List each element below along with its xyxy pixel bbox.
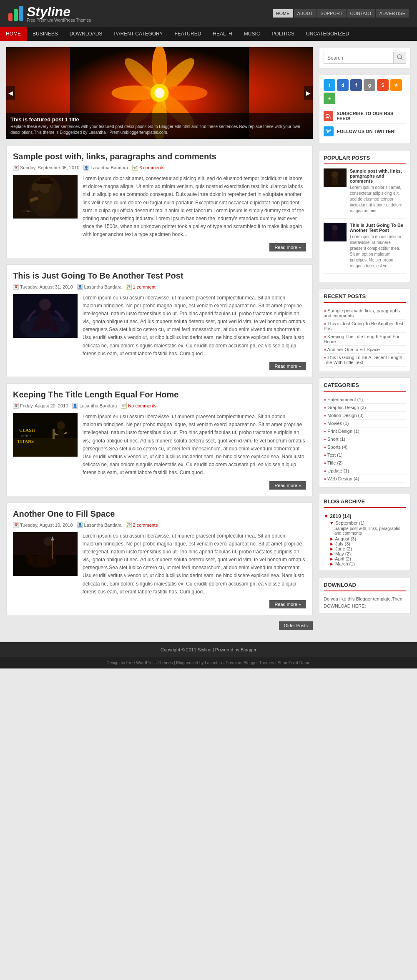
search-button[interactable]	[393, 52, 406, 63]
nav-health[interactable]: HEALTH	[207, 27, 238, 41]
category-1[interactable]: Entertainment (1)	[324, 396, 406, 404]
svg-rect-24	[39, 310, 51, 329]
archive-mar[interactable]: ► March (1)	[324, 561, 406, 566]
popular-post-1: Sample post with, links, paragraphs and …	[324, 168, 406, 219]
search-input[interactable]	[324, 52, 393, 63]
recent-post-2[interactable]: This is Just Going To Be Another Test Po…	[324, 320, 406, 333]
archive-aug[interactable]: ► August (3)	[324, 536, 406, 541]
archive-may[interactable]: ► May (2)	[324, 551, 406, 556]
post-4-title: Another One to Fill Space	[13, 509, 306, 519]
stumbleupon-social-icon[interactable]: S	[377, 79, 389, 91]
plus-social-icon[interactable]: +	[324, 93, 335, 104]
popular-post-2-info: This is Just Going To Be Another Test Po…	[350, 223, 406, 269]
category-3[interactable]: Motion Design (3)	[324, 412, 406, 420]
post-3-image-art: CLASH OF THE TITANS	[13, 413, 78, 457]
featured-next-arrow[interactable]: ▶	[304, 86, 313, 100]
post-2: This is Just Going To Be Another Test Po…	[6, 264, 313, 377]
post-1-read-more-btn[interactable]: Read more »	[269, 243, 306, 251]
popular-post-1-title: Sample post with, links, paragraphs and …	[350, 168, 406, 183]
post-2-title-link[interactable]: This is Just Going To Be Another Test Po…	[13, 271, 183, 280]
post-1-meta: 📅 Sunday, September 05, 2010 👤 Lasantha …	[13, 165, 306, 171]
featured-caption-text: Replace these every slider sentences wit…	[10, 124, 309, 136]
category-8[interactable]: Test (1)	[324, 451, 406, 459]
post-1-title-link[interactable]: Sample post with, links, paragraphs and …	[13, 152, 216, 161]
facebook-social-icon[interactable]: f	[350, 79, 362, 91]
post-4-read-more-btn[interactable]: Read more »	[269, 600, 306, 608]
post-4-title-link[interactable]: Another One to Fill Space	[13, 509, 115, 518]
archive-sep-post[interactable]: Sample post with, links, paragraphs and …	[324, 525, 406, 536]
archive-jun[interactable]: ► June (2)	[324, 546, 406, 551]
footer: Copyright © 2011 Styline | Powered by Bl…	[0, 642, 417, 657]
post-4-comments-link[interactable]: 2 comments	[133, 523, 158, 528]
nav-music[interactable]: MUSIC	[238, 27, 266, 41]
archive-apr[interactable]: ► April (2)	[324, 556, 406, 561]
post-3-body: CLASH OF THE TITANS Lorem ipsum eu usu a…	[13, 413, 306, 477]
comment-icon-3: 💬	[121, 403, 127, 409]
recent-post-4[interactable]: Another One to Fill Space	[324, 346, 406, 354]
sidebar: t d f g S ★ + SUBSCRIBE TO OUR RSS FEED!	[319, 47, 411, 636]
nav-parent-category[interactable]: PARENT CATEGORY	[108, 27, 168, 41]
category-2[interactable]: Graphic Design (3)	[324, 404, 406, 412]
twitter-follow-icon	[324, 126, 334, 136]
older-posts-button[interactable]: Older Posts	[279, 621, 313, 630]
archive-sep[interactable]: ▼ September (1)	[324, 520, 406, 525]
category-4[interactable]: Movies (1)	[324, 420, 406, 427]
archive-jul[interactable]: ► July (3)	[324, 541, 406, 546]
category-5[interactable]: Print Design (1)	[324, 427, 406, 435]
category-11[interactable]: Web Design (4)	[324, 475, 406, 483]
top-nav-contact[interactable]: CONTACT	[347, 9, 375, 18]
nav-politics[interactable]: POLITICS	[266, 27, 300, 41]
logo: Styline Free Premium WordPress Themes	[8, 4, 91, 23]
post-3-read-more-btn[interactable]: Read more »	[269, 481, 306, 490]
post-2-comments-link[interactable]: 1 comment	[133, 284, 156, 289]
svg-point-45	[397, 55, 402, 59]
logo-bar-green	[14, 9, 18, 21]
svg-point-47	[326, 117, 328, 118]
nav-uncategorized[interactable]: UNCATEGORIZED	[300, 27, 355, 41]
person-icon-4: 👤	[77, 522, 83, 528]
post-3-comments-link[interactable]: No comments	[128, 403, 156, 408]
post-2-text: Lorem ipsum eu usu assum liberavisse, ut…	[83, 294, 306, 358]
post-4: Another One to Fill Space 📅 Tuesday, Aug…	[6, 503, 313, 616]
twitter-svg-icon	[326, 128, 332, 134]
featured-caption-title: This is featured post 1 title	[10, 116, 309, 123]
featured-post: ◀ ▶ This is featured post 1 title Replac…	[6, 47, 313, 139]
nav-featured[interactable]: FEATURED	[169, 27, 207, 41]
comment-icon: 💬	[132, 165, 138, 171]
categories-widget: CATEGORIES Entertainment (1) Graphic Des…	[319, 377, 411, 487]
top-nav-home[interactable]: HOME	[273, 9, 293, 18]
recent-post-5[interactable]: This Is Going To Be A Decent Length Titl…	[324, 354, 406, 367]
top-nav-about[interactable]: ABOUT	[294, 9, 317, 18]
post-3-title-link[interactable]: Keeping The Title Length Equal For Home	[13, 390, 178, 399]
post-1-title: Sample post with, links, paragraphs and …	[13, 152, 306, 161]
category-10[interactable]: Update (1)	[324, 467, 406, 475]
recent-post-1[interactable]: Sample post with, links, paragraphs and …	[324, 307, 406, 320]
nav-business[interactable]: BUSINESS	[27, 27, 64, 41]
nav-downloads[interactable]: DOWNLOADS	[64, 27, 108, 41]
recent-post-3[interactable]: Keeping The Title Length Equal For Home	[324, 333, 406, 346]
category-6[interactable]: Short (1)	[324, 435, 406, 443]
google-social-icon[interactable]: g	[364, 79, 375, 91]
delicious-social-icon[interactable]: d	[337, 79, 349, 91]
follow-row[interactable]: FOLLOW US ON TWITTER!	[324, 124, 406, 139]
logo-bar-red	[8, 13, 13, 21]
rss-row[interactable]: SUBSCRIBE TO OUR RSS FEED!	[324, 108, 406, 124]
post-3-comments: 💬 No comments	[121, 403, 156, 409]
post-1-comments-link[interactable]: 6 comments	[139, 165, 164, 170]
categories-title: CATEGORIES	[324, 382, 406, 392]
svg-rect-50	[332, 178, 338, 185]
svg-point-52	[332, 225, 338, 231]
top-nav-advertise[interactable]: ADVERTISE	[376, 9, 409, 18]
twitter-social-icon[interactable]: t	[324, 79, 335, 91]
featured-prev-arrow[interactable]: ◀	[6, 86, 15, 100]
category-7[interactable]: Sports (4)	[324, 443, 406, 451]
top-nav-support[interactable]: SUPPORT	[317, 9, 346, 18]
svg-point-10	[155, 88, 165, 98]
footer-copyright: Copyright © 2011 Styline | Powered by Bl…	[161, 647, 256, 652]
svg-text:Pirates: Pirates	[21, 209, 32, 213]
nav-home[interactable]: HOME	[0, 27, 27, 41]
favorites-social-icon[interactable]: ★	[390, 79, 402, 91]
post-2-read-more-btn[interactable]: Read more »	[269, 362, 306, 370]
archive-year: ▼ 2010 (14)	[324, 512, 406, 520]
category-9[interactable]: Title (2)	[324, 459, 406, 467]
